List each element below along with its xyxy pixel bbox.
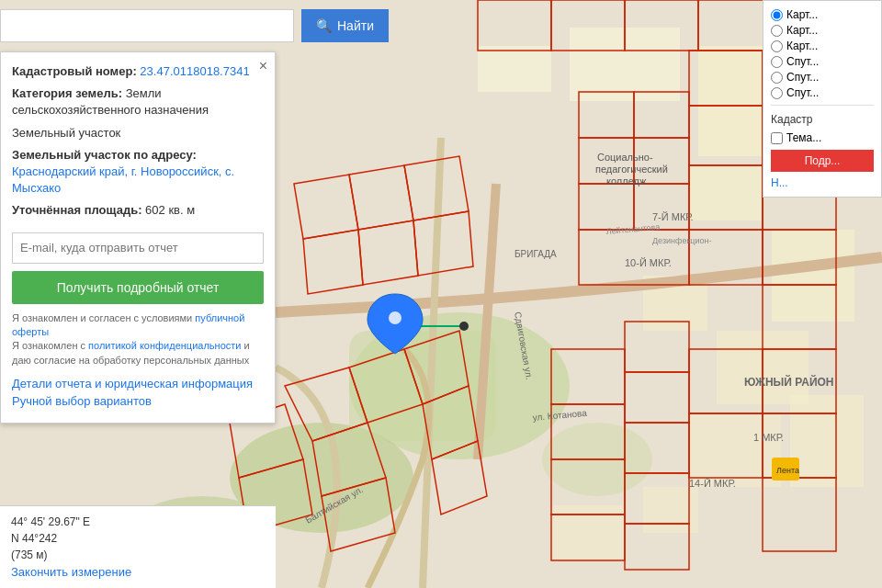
- close-icon: ×: [259, 58, 267, 74]
- svg-rect-17: [643, 487, 698, 533]
- cadastral-number-row: Кадастровый номер: 23.47.0118018.7341: [12, 63, 264, 80]
- end-measure-button[interactable]: Закончить измерение: [11, 565, 131, 579]
- svg-text:Дезинфекцион-: Дезинфекцион-: [652, 236, 712, 245]
- coord2: N 44°242: [11, 532, 265, 545]
- coord1: 44° 45' 29.67" E: [11, 515, 265, 528]
- map-option-4-label: Спут...: [786, 71, 819, 84]
- search-icon: 🔍: [316, 18, 332, 33]
- svg-point-83: [459, 322, 469, 331]
- bottom-panel: 44° 45' 29.67" E N 44°242 (735 м) Законч…: [0, 505, 276, 588]
- map-type-group: Карт... Карт... Карт... Спут... Спут... …: [771, 8, 874, 99]
- svg-rect-9: [689, 165, 763, 220]
- map-radio-0[interactable]: [771, 9, 783, 21]
- category-row: Категория земель: Земли сельскохозяйстве…: [12, 85, 264, 119]
- area-label: Уточнённая площадь:: [12, 203, 141, 217]
- kadast-section: Кадастр Тема... Подр... Н...: [771, 105, 874, 189]
- search-input[interactable]: 3018:7341: [0, 9, 294, 42]
- map-option-3-label: Спут...: [786, 55, 819, 68]
- info-panel: × Кадастровый номер: 23.47.0118018.7341 …: [0, 51, 276, 424]
- map-option-5-label: Спут...: [786, 86, 819, 99]
- consent1-text: Я ознакомлен и согласен с условиями: [12, 312, 192, 323]
- consent-text: Я ознакомлен и согласен с условиями публ…: [12, 311, 264, 368]
- report-button[interactable]: Получить подробный отчет: [12, 271, 264, 304]
- svg-text:7-Й МКР.: 7-Й МКР.: [652, 211, 694, 222]
- address-link[interactable]: Краснодарский край, г. Новороссийск, с. …: [12, 164, 234, 195]
- area-value: 602 кв. м: [145, 203, 195, 217]
- consent2-link[interactable]: политикой конфиденциальности: [88, 340, 241, 351]
- svg-rect-14: [790, 395, 864, 487]
- close-button[interactable]: ×: [259, 58, 267, 74]
- tema-label: Тема...: [786, 131, 821, 144]
- type-value: Земельный участок: [12, 126, 120, 140]
- submit-label: Подр...: [805, 154, 841, 167]
- search-bar: 3018:7341 🔍 Найти: [0, 9, 389, 42]
- details-link[interactable]: Детали отчета и юридическая информация: [12, 377, 264, 390]
- submit-button[interactable]: Подр...: [771, 150, 874, 172]
- report-button-label: Получить подробный отчет: [57, 280, 220, 295]
- map-option-4: Спут...: [771, 71, 874, 84]
- right-panel: Карт... Карт... Карт... Спут... Спут... …: [763, 0, 882, 198]
- map-option-1-label: Карт...: [786, 24, 818, 37]
- svg-text:1 МКР.: 1 МКР.: [753, 432, 784, 443]
- svg-text:педагогический: педагогический: [595, 164, 668, 175]
- svg-text:14-Й МКР.: 14-Й МКР.: [689, 478, 736, 489]
- map-option-1: Карт...: [771, 24, 874, 37]
- svg-point-85: [389, 311, 401, 324]
- map-option-0: Карт...: [771, 8, 874, 21]
- address-row: Земельный участок по адресу: Краснодарск…: [12, 147, 264, 198]
- type-row: Земельный участок: [12, 125, 264, 141]
- svg-text:БРИГАДА: БРИГАДА: [514, 249, 557, 259]
- map-option-5: Спут...: [771, 86, 874, 99]
- search-button-label: Найти: [337, 18, 374, 33]
- search-button[interactable]: 🔍 Найти: [301, 9, 389, 42]
- svg-rect-16: [551, 505, 625, 560]
- email-input[interactable]: [12, 232, 264, 264]
- cadastral-number-label: Кадастровый номер:: [12, 64, 137, 78]
- category-label: Категория земель:: [12, 86, 122, 100]
- manual-link[interactable]: Ручной выбор вариантов: [12, 394, 264, 408]
- svg-rect-11: [772, 230, 854, 322]
- help-link[interactable]: Н...: [771, 176, 788, 189]
- action-links: Детали отчета и юридическая информация Р…: [12, 377, 264, 408]
- map-radio-3[interactable]: [771, 56, 783, 68]
- end-measure-label: Закончить измерение: [11, 565, 131, 579]
- map-option-2: Карт...: [771, 40, 874, 52]
- cadastral-number-link[interactable]: 23.47.0118018.7341: [140, 64, 249, 78]
- address-label: Земельный участок по адресу:: [12, 148, 197, 162]
- area-row: Уточнённая площадь: 602 кв. м: [12, 202, 264, 219]
- svg-text:10-Й МКР.: 10-Й МКР.: [625, 257, 672, 268]
- svg-rect-6: [478, 46, 551, 92]
- map-radio-1[interactable]: [771, 25, 783, 37]
- distance: (735 м): [11, 548, 265, 561]
- map-option-0-label: Карт...: [786, 8, 818, 21]
- svg-text:колледж: колледж: [606, 175, 647, 187]
- map-radio-4[interactable]: [771, 72, 783, 84]
- svg-text:Социально-: Социально-: [597, 152, 653, 163]
- map-radio-5[interactable]: [771, 87, 783, 99]
- svg-text:Лента: Лента: [776, 466, 799, 475]
- tema-checkbox-item: Тема...: [771, 131, 874, 144]
- svg-text:ЮЖНЫЙ РАЙОН: ЮЖНЫЙ РАЙОН: [744, 375, 834, 389]
- svg-rect-15: [689, 413, 781, 487]
- tema-checkbox[interactable]: [771, 132, 783, 144]
- consent2-text: Я ознакомлен с: [12, 340, 85, 351]
- kadast-title: Кадастр: [771, 113, 874, 126]
- map-option-2-label: Карт...: [786, 40, 818, 52]
- map-radio-2[interactable]: [771, 40, 783, 52]
- map-option-3: Спут...: [771, 55, 874, 68]
